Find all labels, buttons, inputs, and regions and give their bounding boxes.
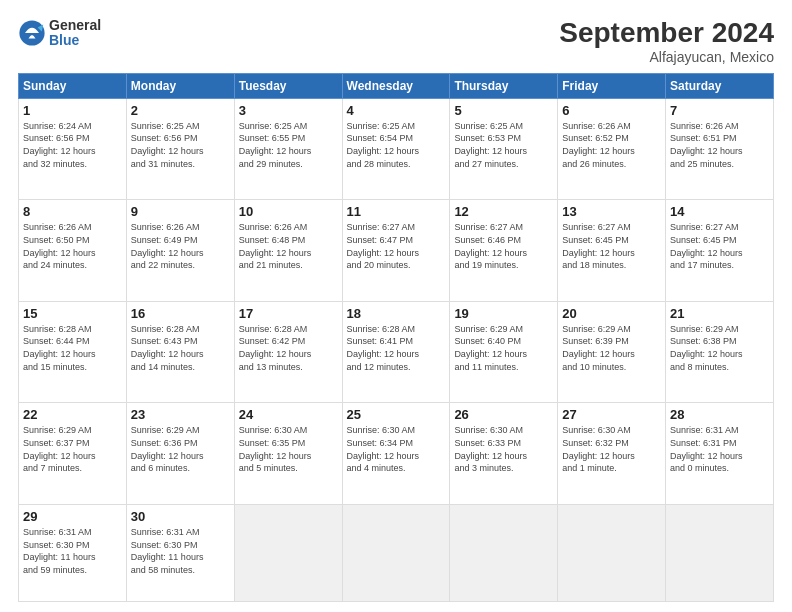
day-info: Sunrise: 6:25 AMSunset: 6:56 PMDaylight:…	[131, 121, 204, 169]
day-number: 21	[670, 306, 769, 321]
day-cell-empty-4-5	[558, 504, 666, 601]
col-friday: Friday	[558, 73, 666, 98]
day-info: Sunrise: 6:25 AMSunset: 6:55 PMDaylight:…	[239, 121, 312, 169]
calendar: Sunday Monday Tuesday Wednesday Thursday…	[18, 73, 774, 602]
day-number: 16	[131, 306, 230, 321]
day-number: 23	[131, 407, 230, 422]
day-cell-4: 4Sunrise: 6:25 AMSunset: 6:54 PMDaylight…	[342, 98, 450, 200]
day-info: Sunrise: 6:29 AMSunset: 6:40 PMDaylight:…	[454, 324, 527, 372]
logo-icon	[18, 19, 46, 47]
day-info: Sunrise: 6:31 AMSunset: 6:30 PMDaylight:…	[131, 527, 204, 575]
col-wednesday: Wednesday	[342, 73, 450, 98]
day-number: 11	[347, 204, 446, 219]
day-cell-9: 9Sunrise: 6:26 AMSunset: 6:49 PMDaylight…	[126, 200, 234, 302]
day-info: Sunrise: 6:29 AMSunset: 6:38 PMDaylight:…	[670, 324, 743, 372]
day-number: 27	[562, 407, 661, 422]
month-title: September 2024	[559, 18, 774, 49]
day-cell-5: 5Sunrise: 6:25 AMSunset: 6:53 PMDaylight…	[450, 98, 558, 200]
day-number: 24	[239, 407, 338, 422]
day-number: 25	[347, 407, 446, 422]
day-cell-14: 14Sunrise: 6:27 AMSunset: 6:45 PMDayligh…	[666, 200, 774, 302]
header: General Blue September 2024 Alfajayucan,…	[18, 18, 774, 65]
day-number: 4	[347, 103, 446, 118]
day-cell-12: 12Sunrise: 6:27 AMSunset: 6:46 PMDayligh…	[450, 200, 558, 302]
day-cell-empty-4-3	[342, 504, 450, 601]
header-row: Sunday Monday Tuesday Wednesday Thursday…	[19, 73, 774, 98]
day-cell-20: 20Sunrise: 6:29 AMSunset: 6:39 PMDayligh…	[558, 301, 666, 403]
day-cell-23: 23Sunrise: 6:29 AMSunset: 6:36 PMDayligh…	[126, 403, 234, 505]
day-cell-18: 18Sunrise: 6:28 AMSunset: 6:41 PMDayligh…	[342, 301, 450, 403]
logo-general: General	[49, 18, 101, 33]
day-info: Sunrise: 6:26 AMSunset: 6:50 PMDaylight:…	[23, 222, 96, 270]
week-row-1: 8Sunrise: 6:26 AMSunset: 6:50 PMDaylight…	[19, 200, 774, 302]
day-cell-7: 7Sunrise: 6:26 AMSunset: 6:51 PMDaylight…	[666, 98, 774, 200]
day-number: 26	[454, 407, 553, 422]
day-info: Sunrise: 6:30 AMSunset: 6:35 PMDaylight:…	[239, 425, 312, 473]
day-cell-6: 6Sunrise: 6:26 AMSunset: 6:52 PMDaylight…	[558, 98, 666, 200]
day-number: 17	[239, 306, 338, 321]
day-number: 12	[454, 204, 553, 219]
day-number: 29	[23, 509, 122, 524]
logo: General Blue	[18, 18, 101, 49]
day-info: Sunrise: 6:29 AMSunset: 6:39 PMDaylight:…	[562, 324, 635, 372]
col-sunday: Sunday	[19, 73, 127, 98]
day-cell-empty-4-2	[234, 504, 342, 601]
day-info: Sunrise: 6:30 AMSunset: 6:32 PMDaylight:…	[562, 425, 635, 473]
day-cell-10: 10Sunrise: 6:26 AMSunset: 6:48 PMDayligh…	[234, 200, 342, 302]
day-info: Sunrise: 6:24 AMSunset: 6:56 PMDaylight:…	[23, 121, 96, 169]
day-info: Sunrise: 6:27 AMSunset: 6:46 PMDaylight:…	[454, 222, 527, 270]
day-info: Sunrise: 6:28 AMSunset: 6:42 PMDaylight:…	[239, 324, 312, 372]
day-number: 8	[23, 204, 122, 219]
day-number: 3	[239, 103, 338, 118]
day-cell-empty-4-6	[666, 504, 774, 601]
day-info: Sunrise: 6:28 AMSunset: 6:44 PMDaylight:…	[23, 324, 96, 372]
day-cell-15: 15Sunrise: 6:28 AMSunset: 6:44 PMDayligh…	[19, 301, 127, 403]
day-number: 15	[23, 306, 122, 321]
day-number: 2	[131, 103, 230, 118]
day-info: Sunrise: 6:26 AMSunset: 6:48 PMDaylight:…	[239, 222, 312, 270]
day-cell-25: 25Sunrise: 6:30 AMSunset: 6:34 PMDayligh…	[342, 403, 450, 505]
day-info: Sunrise: 6:30 AMSunset: 6:34 PMDaylight:…	[347, 425, 420, 473]
page: General Blue September 2024 Alfajayucan,…	[0, 0, 792, 612]
day-info: Sunrise: 6:29 AMSunset: 6:37 PMDaylight:…	[23, 425, 96, 473]
day-cell-17: 17Sunrise: 6:28 AMSunset: 6:42 PMDayligh…	[234, 301, 342, 403]
col-monday: Monday	[126, 73, 234, 98]
day-cell-28: 28Sunrise: 6:31 AMSunset: 6:31 PMDayligh…	[666, 403, 774, 505]
week-row-2: 15Sunrise: 6:28 AMSunset: 6:44 PMDayligh…	[19, 301, 774, 403]
day-cell-29: 29Sunrise: 6:31 AMSunset: 6:30 PMDayligh…	[19, 504, 127, 601]
day-number: 10	[239, 204, 338, 219]
day-cell-30: 30Sunrise: 6:31 AMSunset: 6:30 PMDayligh…	[126, 504, 234, 601]
day-cell-24: 24Sunrise: 6:30 AMSunset: 6:35 PMDayligh…	[234, 403, 342, 505]
day-info: Sunrise: 6:31 AMSunset: 6:30 PMDaylight:…	[23, 527, 96, 575]
title-block: September 2024 Alfajayucan, Mexico	[559, 18, 774, 65]
day-cell-11: 11Sunrise: 6:27 AMSunset: 6:47 PMDayligh…	[342, 200, 450, 302]
day-number: 28	[670, 407, 769, 422]
day-info: Sunrise: 6:27 AMSunset: 6:45 PMDaylight:…	[670, 222, 743, 270]
day-info: Sunrise: 6:28 AMSunset: 6:41 PMDaylight:…	[347, 324, 420, 372]
day-cell-19: 19Sunrise: 6:29 AMSunset: 6:40 PMDayligh…	[450, 301, 558, 403]
day-number: 30	[131, 509, 230, 524]
location: Alfajayucan, Mexico	[559, 49, 774, 65]
day-number: 5	[454, 103, 553, 118]
week-row-4: 29Sunrise: 6:31 AMSunset: 6:30 PMDayligh…	[19, 504, 774, 601]
logo-text: General Blue	[49, 18, 101, 49]
day-info: Sunrise: 6:31 AMSunset: 6:31 PMDaylight:…	[670, 425, 743, 473]
col-thursday: Thursday	[450, 73, 558, 98]
day-number: 7	[670, 103, 769, 118]
day-cell-13: 13Sunrise: 6:27 AMSunset: 6:45 PMDayligh…	[558, 200, 666, 302]
day-number: 14	[670, 204, 769, 219]
day-number: 6	[562, 103, 661, 118]
week-row-0: 1Sunrise: 6:24 AMSunset: 6:56 PMDaylight…	[19, 98, 774, 200]
day-number: 13	[562, 204, 661, 219]
day-number: 20	[562, 306, 661, 321]
day-cell-1: 1Sunrise: 6:24 AMSunset: 6:56 PMDaylight…	[19, 98, 127, 200]
day-info: Sunrise: 6:28 AMSunset: 6:43 PMDaylight:…	[131, 324, 204, 372]
day-info: Sunrise: 6:30 AMSunset: 6:33 PMDaylight:…	[454, 425, 527, 473]
col-tuesday: Tuesday	[234, 73, 342, 98]
week-row-3: 22Sunrise: 6:29 AMSunset: 6:37 PMDayligh…	[19, 403, 774, 505]
day-info: Sunrise: 6:25 AMSunset: 6:53 PMDaylight:…	[454, 121, 527, 169]
day-cell-27: 27Sunrise: 6:30 AMSunset: 6:32 PMDayligh…	[558, 403, 666, 505]
day-info: Sunrise: 6:26 AMSunset: 6:51 PMDaylight:…	[670, 121, 743, 169]
col-saturday: Saturday	[666, 73, 774, 98]
day-cell-empty-4-4	[450, 504, 558, 601]
